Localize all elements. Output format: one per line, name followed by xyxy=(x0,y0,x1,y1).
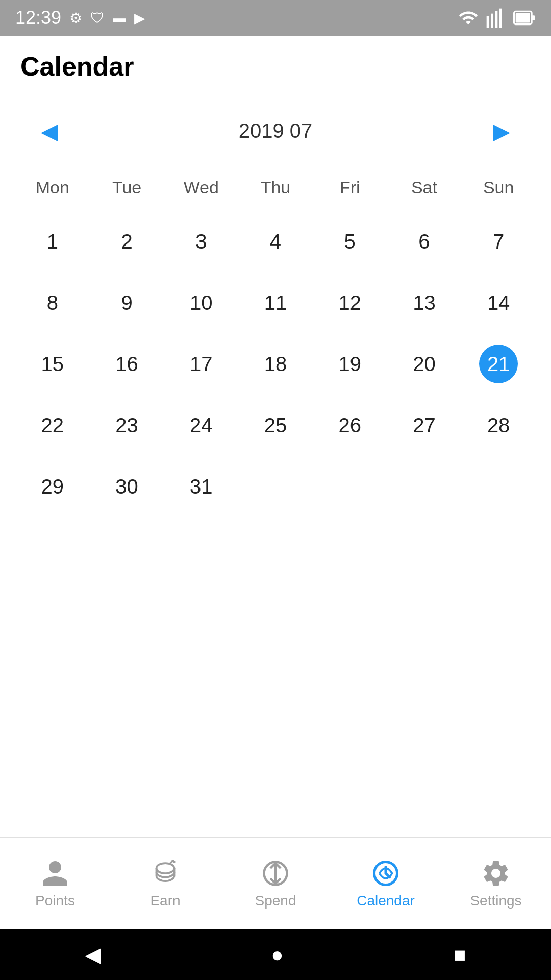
day-number-30: 30 xyxy=(108,467,146,506)
page-title: Calendar xyxy=(20,52,134,81)
next-month-button[interactable]: ▶ xyxy=(488,113,515,149)
calendar-nav-icon xyxy=(370,858,401,889)
calendar-cell-day-23[interactable]: 23 xyxy=(90,395,164,456)
calendar-cell-empty xyxy=(461,456,536,517)
calendar-cell-day-17[interactable]: 17 xyxy=(164,333,238,395)
settings-status-icon: ⚙ xyxy=(69,10,82,27)
status-time: 12:39 xyxy=(15,7,61,29)
day-number-29: 29 xyxy=(33,467,72,506)
day-number-18: 18 xyxy=(256,345,295,383)
day-number-27: 27 xyxy=(405,406,443,445)
calendar-cell-day-18[interactable]: 18 xyxy=(238,333,313,395)
day-number-7: 7 xyxy=(479,222,518,261)
calendar-cell-day-27[interactable]: 27 xyxy=(387,395,462,456)
day-header-sun: Sun xyxy=(461,169,536,206)
day-number-3: 3 xyxy=(182,222,220,261)
calendar-cell-day-15[interactable]: 15 xyxy=(15,333,90,395)
battery-icon xyxy=(513,8,536,28)
day-header-mon: Mon xyxy=(15,169,90,206)
calendar-cell-day-9[interactable]: 9 xyxy=(90,272,164,333)
day-header-sat: Sat xyxy=(387,169,462,206)
day-header-wed: Wed xyxy=(164,169,238,206)
earn-icon xyxy=(150,858,181,889)
day-number-9: 9 xyxy=(108,283,146,322)
month-navigation: ◀ 2019 07 ▶ xyxy=(15,103,536,159)
calendar-cell-day-5[interactable]: 5 xyxy=(313,211,387,272)
svg-rect-1 xyxy=(491,14,493,28)
nav-label-spend: Spend xyxy=(255,893,296,909)
svg-rect-3 xyxy=(499,9,502,28)
calendar-cell-day-12[interactable]: 12 xyxy=(313,272,387,333)
calendar-cell-day-14[interactable]: 14 xyxy=(461,272,536,333)
nav-item-calendar[interactable]: Calendar xyxy=(331,858,441,909)
day-number-16: 16 xyxy=(108,345,146,383)
nav-item-settings[interactable]: Settings xyxy=(441,858,551,909)
calendar-cell-day-24[interactable]: 24 xyxy=(164,395,238,456)
day-number-12: 12 xyxy=(331,283,369,322)
app-header: Calendar xyxy=(0,36,551,92)
calendar-cell-day-11[interactable]: 11 xyxy=(238,272,313,333)
calendar-cell-day-13[interactable]: 13 xyxy=(387,272,462,333)
status-right xyxy=(458,8,536,28)
day-header-thu: Thu xyxy=(238,169,313,206)
day-header-fri: Fri xyxy=(313,169,387,206)
nav-label-earn: Earn xyxy=(150,893,180,909)
calendar-cell-day-8[interactable]: 8 xyxy=(15,272,90,333)
month-year-label: 2019 07 xyxy=(239,119,313,142)
card-status-icon: ▬ xyxy=(113,10,126,26)
day-number-20: 20 xyxy=(405,345,443,383)
calendar-cell-day-19[interactable]: 19 xyxy=(313,333,387,395)
day-number-28: 28 xyxy=(479,406,518,445)
calendar-cell-empty xyxy=(387,456,462,517)
prev-month-button[interactable]: ◀ xyxy=(36,113,63,149)
svg-rect-5 xyxy=(532,15,535,20)
day-header-tue: Tue xyxy=(90,169,164,206)
calendar-cell-day-1[interactable]: 1 xyxy=(15,211,90,272)
signal-icon xyxy=(486,8,506,28)
play-status-icon: ▶ xyxy=(134,10,145,27)
wifi-icon xyxy=(458,8,479,28)
calendar-container: ◀ 2019 07 ▶ Mon Tue Wed Thu Fri Sat Sun … xyxy=(0,92,551,837)
calendar-cell-day-25[interactable]: 25 xyxy=(238,395,313,456)
day-number-10: 10 xyxy=(182,283,220,322)
person-icon xyxy=(40,858,70,889)
spend-icon xyxy=(260,858,291,889)
svg-rect-0 xyxy=(487,16,489,28)
calendar-cell-day-7[interactable]: 7 xyxy=(461,211,536,272)
day-number-31: 31 xyxy=(182,467,220,506)
calendar-cell-day-26[interactable]: 26 xyxy=(313,395,387,456)
calendar-cell-day-6[interactable]: 6 xyxy=(387,211,462,272)
day-number-13: 13 xyxy=(405,283,443,322)
calendar-cell-day-22[interactable]: 22 xyxy=(15,395,90,456)
day-number-2: 2 xyxy=(108,222,146,261)
nav-item-spend[interactable]: Spend xyxy=(220,858,331,909)
calendar-cell-day-4[interactable]: 4 xyxy=(238,211,313,272)
calendar-cell-day-20[interactable]: 20 xyxy=(387,333,462,395)
day-number-22: 22 xyxy=(33,406,72,445)
day-number-1: 1 xyxy=(33,222,72,261)
day-number-8: 8 xyxy=(33,283,72,322)
calendar-cell-day-3[interactable]: 3 xyxy=(164,211,238,272)
day-number-6: 6 xyxy=(405,222,443,261)
calendar-cell-day-2[interactable]: 2 xyxy=(90,211,164,272)
calendar-cell-day-16[interactable]: 16 xyxy=(90,333,164,395)
calendar-cell-day-31[interactable]: 31 xyxy=(164,456,238,517)
calendar-cell-day-21[interactable]: 21 xyxy=(461,333,536,395)
recents-button[interactable]: ■ xyxy=(454,943,466,966)
day-number-19: 19 xyxy=(331,345,369,383)
bottom-navigation: Points Earn Spend Calendar xyxy=(0,837,551,929)
calendar-cell-empty xyxy=(238,456,313,517)
calendar-cell-day-29[interactable]: 29 xyxy=(15,456,90,517)
nav-item-earn[interactable]: Earn xyxy=(110,858,220,909)
day-headers: Mon Tue Wed Thu Fri Sat Sun xyxy=(15,169,536,206)
calendar-cell-day-28[interactable]: 28 xyxy=(461,395,536,456)
home-button[interactable]: ● xyxy=(271,943,283,966)
back-button[interactable]: ◀ xyxy=(85,943,101,966)
status-left: 12:39 ⚙ 🛡 ▬ ▶ xyxy=(15,7,145,29)
calendar-cell-day-30[interactable]: 30 xyxy=(90,456,164,517)
calendar-cell-day-10[interactable]: 10 xyxy=(164,272,238,333)
nav-item-points[interactable]: Points xyxy=(0,858,110,909)
day-number-5: 5 xyxy=(331,222,369,261)
day-number-17: 17 xyxy=(182,345,220,383)
svg-rect-6 xyxy=(516,13,530,23)
